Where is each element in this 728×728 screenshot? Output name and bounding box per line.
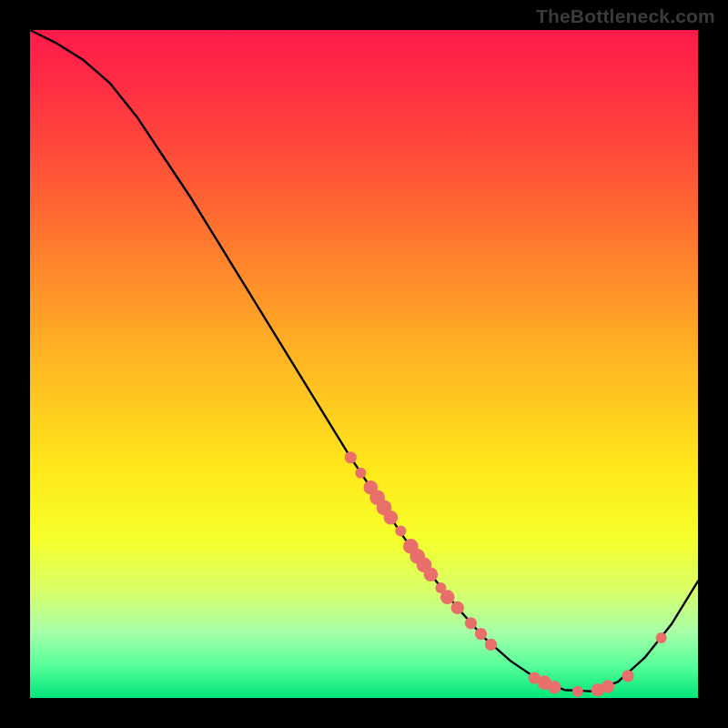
data-marker [345,451,357,463]
data-marker [355,468,366,479]
data-marker [384,511,399,525]
data-marker [424,567,439,581]
data-marker [451,602,464,614]
data-marker [602,680,614,693]
data-marker [656,632,667,643]
plot-area [30,30,698,698]
data-marker [548,681,561,693]
data-markers [345,451,667,696]
data-marker [572,686,583,697]
data-marker [440,590,455,604]
curve-svg [30,30,698,698]
data-marker [485,639,497,651]
data-marker [395,526,406,537]
bottleneck-curve [30,30,698,692]
data-marker [475,628,487,640]
data-marker [622,670,633,682]
chart-stage: TheBottleneck.com [0,0,728,728]
watermark-text: TheBottleneck.com [536,5,715,27]
data-marker [465,617,477,629]
